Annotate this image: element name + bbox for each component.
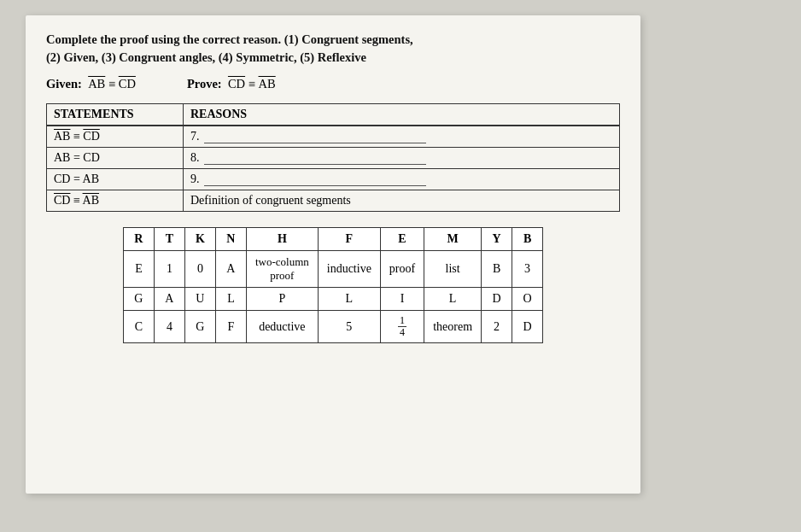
grid-cell-I: I — [380, 288, 424, 311]
grid-row-3: C 4 G F deductive 5 1 4 theorem 2 D — [123, 311, 542, 343]
grid-cell-proof: proof — [380, 251, 424, 288]
grid-header-N: N — [215, 228, 246, 251]
given-seg2: CD — [119, 77, 136, 91]
reason-2: 8. — [184, 148, 620, 169]
grid-cell-L3: L — [424, 288, 482, 311]
prove-seg1: CD — [228, 77, 245, 91]
proof-row-2: AB = CD 8. — [47, 148, 620, 169]
grid-cell-L: L — [215, 288, 246, 311]
statement-1: AB ≡ CD — [47, 126, 184, 148]
grid-cell-O: O — [512, 288, 543, 311]
grid-cell-list: list — [424, 251, 482, 288]
grid-header-Y: Y — [482, 228, 512, 251]
grid-cell-P: P — [246, 288, 318, 311]
grid-cell-G2: G — [184, 311, 215, 343]
instruction-text: Complete the proof using the correct rea… — [46, 31, 620, 67]
proof-row-3: CD = AB 9. — [47, 169, 620, 190]
grid-header-M: M — [424, 228, 482, 251]
grid-container: R T K N H F E M Y B E 1 0 A — [46, 227, 620, 343]
grid-cell-U: U — [184, 288, 215, 311]
grid-cell-L2: L — [318, 288, 380, 311]
proof-table: STATEMENTS REASONS AB ≡ CD 7. AB = CD 8. — [46, 103, 620, 212]
statement-3: CD = AB — [47, 169, 184, 190]
grid-cell-1: 1 — [154, 251, 184, 288]
grid-header-E: E — [380, 228, 424, 251]
grid-header-T: T — [154, 228, 184, 251]
statement-4: CD ≡ AB — [47, 190, 184, 212]
grid-header-R: R — [123, 228, 154, 251]
grid-cell-E: E — [123, 251, 154, 288]
grid-cell-D2: D — [512, 311, 543, 343]
given-statement: Given: AB ≡ CD — [46, 77, 136, 91]
answer-grid[interactable]: R T K N H F E M Y B E 1 0 A — [123, 227, 543, 343]
grid-cell-4: 4 — [154, 311, 184, 343]
main-page: Complete the proof using the correct rea… — [26, 15, 640, 494]
grid-row-1: E 1 0 A two-columnproof inductive proof … — [123, 251, 542, 288]
col-reasons-header: REASONS — [184, 104, 620, 126]
grid-header-B: B — [512, 228, 543, 251]
grid-cell-theorem: theorem — [424, 311, 482, 343]
proof-row-4: CD ≡ AB Definition of congruent segments — [47, 190, 620, 212]
grid-cell-C: C — [123, 311, 154, 343]
prove-seg2: AB — [259, 77, 276, 91]
proof-row-1: AB ≡ CD 7. — [47, 126, 620, 148]
grid-header-F: F — [318, 228, 380, 251]
given-equiv: ≡ — [108, 77, 115, 91]
grid-cell-3: 3 — [512, 251, 543, 288]
grid-row-2: G A U L P L I L D O — [123, 288, 542, 311]
statement-2: AB = CD — [47, 148, 184, 169]
grid-cell-deductive: deductive — [246, 311, 318, 343]
grid-cell-5: 5 — [318, 311, 380, 343]
grid-cell-fraction: 1 4 — [380, 311, 424, 343]
grid-header-K: K — [184, 228, 215, 251]
prove-equiv: ≡ — [248, 77, 255, 91]
grid-cell-F: F — [215, 311, 246, 343]
grid-cell-D: D — [482, 288, 512, 311]
grid-cell-A2: A — [154, 288, 184, 311]
given-seg1: AB — [88, 77, 105, 91]
prove-statement: Prove: CD ≡ AB — [187, 77, 276, 91]
reason-4: Definition of congruent segments — [184, 190, 620, 212]
reason-1: 7. — [184, 126, 620, 148]
grid-header-H: H — [246, 228, 318, 251]
grid-cell-inductive: inductive — [318, 251, 380, 288]
grid-cell-G: G — [123, 288, 154, 311]
grid-cell-two-column: two-columnproof — [246, 251, 318, 288]
grid-cell-2: 2 — [482, 311, 512, 343]
col-statements-header: STATEMENTS — [47, 104, 184, 126]
grid-cell-B2: B — [482, 251, 512, 288]
grid-cell-A: A — [215, 251, 246, 288]
given-prove-section: Given: AB ≡ CD Prove: CD ≡ AB — [46, 77, 620, 91]
reason-3: 9. — [184, 169, 620, 190]
grid-cell-0: 0 — [184, 251, 215, 288]
